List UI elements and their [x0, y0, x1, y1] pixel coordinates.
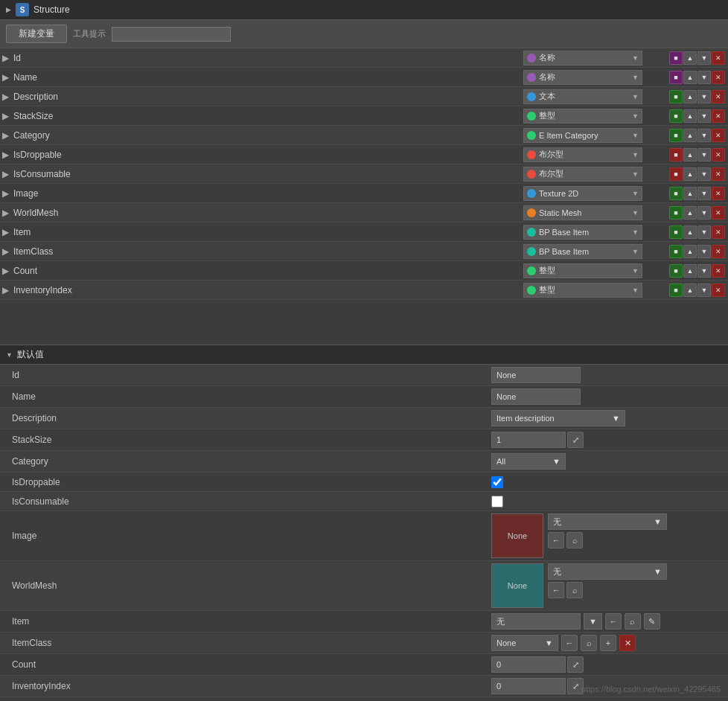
row-expand-worldmesh[interactable]: ▶ — [0, 208, 10, 218]
action-delete-btn-category[interactable]: ✕ — [712, 129, 725, 142]
type-dropdown-name[interactable]: 名称 ▼ — [523, 70, 642, 85]
action-down-btn-name[interactable]: ▼ — [697, 71, 711, 84]
action-color-btn-isconsumable[interactable]: ■ — [669, 167, 683, 181]
type-dropdown-isdroppable[interactable]: 布尔型 ▼ — [523, 147, 642, 162]
action-up-btn-itemclass[interactable]: ▲ — [683, 245, 697, 258]
action-color-btn-item[interactable]: ■ — [669, 225, 683, 239]
row-expand-isconsumable[interactable]: ▶ — [0, 169, 10, 179]
type-dropdown-worldmesh[interactable]: Static Mesh ▼ — [523, 205, 642, 220]
row-expand-itemclass[interactable]: ▶ — [0, 246, 10, 257]
type-dropdown-itemclass[interactable]: BP Base Item ▼ — [523, 244, 642, 259]
type-dropdown-inventoryindex[interactable]: 整型 ▼ — [523, 283, 642, 298]
row-expand-image[interactable]: ▶ — [0, 188, 10, 199]
action-up-btn-stacksize[interactable]: ▲ — [683, 109, 697, 123]
action-delete-btn-inventoryindex[interactable]: ✕ — [712, 284, 725, 297]
row-expand-inventoryindex[interactable]: ▶ — [0, 285, 10, 295]
action-down-btn-id[interactable]: ▼ — [697, 51, 711, 65]
type-dropdown-stacksize[interactable]: 整型 ▼ — [523, 109, 642, 124]
action-down-btn-description[interactable]: ▼ — [697, 90, 711, 103]
action-delete-btn-itemclass[interactable]: ✕ — [712, 245, 725, 258]
default-checkbox-isconsumable[interactable] — [491, 496, 503, 508]
new-variable-button[interactable]: 新建变量 — [6, 25, 67, 43]
action-delete-btn-worldmesh[interactable]: ✕ — [712, 206, 725, 220]
itemclass-clear-btn[interactable]: ✕ — [619, 635, 636, 651]
action-down-btn-category[interactable]: ▼ — [697, 129, 711, 142]
row-expand-name[interactable]: ▶ — [0, 72, 10, 83]
itemclass-add-btn[interactable]: + — [600, 635, 616, 651]
item-ref-edit-btn[interactable]: ✎ — [644, 613, 660, 630]
action-up-btn-item[interactable]: ▲ — [683, 225, 697, 239]
itemclass-dropdown[interactable]: None ▼ — [491, 635, 558, 651]
row-expand-stacksize[interactable]: ▶ — [0, 111, 10, 121]
action-color-btn-id[interactable]: ■ — [669, 51, 683, 65]
action-color-btn-name[interactable]: ■ — [669, 71, 683, 84]
action-down-btn-isconsumable[interactable]: ▼ — [697, 167, 711, 181]
item-ref-dropdown-btn[interactable]: ▼ — [584, 613, 602, 630]
action-up-btn-category[interactable]: ▲ — [683, 129, 697, 142]
item-ref-search-btn[interactable]: ⌕ — [625, 613, 641, 630]
action-up-btn-inventoryindex[interactable]: ▲ — [683, 284, 697, 297]
action-up-btn-worldmesh[interactable]: ▲ — [683, 206, 697, 220]
action-down-btn-item[interactable]: ▼ — [697, 225, 711, 239]
action-down-btn-isdroppable[interactable]: ▼ — [697, 148, 711, 161]
action-color-btn-description[interactable]: ■ — [669, 90, 683, 103]
action-delete-btn-name[interactable]: ✕ — [712, 71, 725, 84]
item-ref-input[interactable]: 无 — [491, 613, 581, 630]
structure-collapse-icon[interactable]: ▶ — [6, 6, 11, 13]
action-delete-btn-image[interactable]: ✕ — [712, 187, 725, 200]
default-input-name[interactable] — [491, 388, 581, 405]
tooltip-input[interactable] — [112, 27, 231, 42]
type-dropdown-id[interactable]: 名称 ▼ — [523, 51, 642, 65]
type-dropdown-description[interactable]: 文本 ▼ — [523, 89, 642, 104]
row-expand-count[interactable]: ▶ — [0, 266, 10, 276]
default-dropdown-category[interactable]: All ▼ — [491, 453, 566, 470]
type-dropdown-category[interactable]: E Item Category ▼ — [523, 128, 642, 143]
action-down-btn-worldmesh[interactable]: ▼ — [697, 206, 711, 220]
action-up-btn-isconsumable[interactable]: ▲ — [683, 167, 697, 181]
type-dropdown-image[interactable]: Texture 2D ▼ — [523, 186, 642, 201]
action-color-btn-image[interactable]: ■ — [669, 187, 683, 200]
row-expand-category[interactable]: ▶ — [0, 130, 10, 141]
type-dropdown-count[interactable]: 整型 ▼ — [523, 263, 642, 278]
row-expand-isdroppable[interactable]: ▶ — [0, 150, 10, 160]
action-up-btn-description[interactable]: ▲ — [683, 90, 697, 103]
default-number-expand-count[interactable]: ⤢ — [567, 656, 584, 673]
item-ref-arrow-btn[interactable]: ← — [605, 613, 622, 630]
action-up-btn-count[interactable]: ▲ — [683, 264, 697, 278]
action-color-btn-category[interactable]: ■ — [669, 129, 683, 142]
action-down-btn-stacksize[interactable]: ▼ — [697, 109, 711, 123]
mesh-dropdown[interactable]: 无 ▼ — [548, 563, 667, 580]
action-delete-btn-isconsumable[interactable]: ✕ — [712, 167, 725, 181]
action-color-btn-itemclass[interactable]: ■ — [669, 245, 683, 258]
itemclass-arrow-btn[interactable]: ← — [561, 635, 578, 651]
action-down-btn-image[interactable]: ▼ — [697, 187, 711, 200]
image-arrow-btn[interactable]: ← — [548, 532, 564, 548]
defaults-collapse-icon[interactable]: ▼ — [6, 351, 13, 359]
action-color-btn-stacksize[interactable]: ■ — [669, 109, 683, 123]
action-down-btn-inventoryindex[interactable]: ▼ — [697, 284, 711, 297]
action-down-btn-itemclass[interactable]: ▼ — [697, 245, 711, 258]
default-input-id[interactable] — [491, 367, 581, 383]
action-delete-btn-stacksize[interactable]: ✕ — [712, 109, 725, 123]
default-dropdown-description[interactable]: Item description ▼ — [491, 410, 625, 426]
image-dropdown[interactable]: 无 ▼ — [548, 513, 667, 530]
action-color-btn-isdroppable[interactable]: ■ — [669, 148, 683, 161]
action-delete-btn-isdroppable[interactable]: ✕ — [712, 148, 725, 161]
action-up-btn-name[interactable]: ▲ — [683, 71, 697, 84]
default-number-stacksize[interactable] — [491, 432, 566, 448]
type-dropdown-isconsumable[interactable]: 布尔型 ▼ — [523, 167, 642, 182]
action-up-btn-id[interactable]: ▲ — [683, 51, 697, 65]
action-delete-btn-item[interactable]: ✕ — [712, 225, 725, 239]
default-number-count[interactable] — [491, 656, 566, 673]
type-dropdown-item[interactable]: BP Base Item ▼ — [523, 225, 642, 240]
default-number-expand-stacksize[interactable]: ⤢ — [567, 432, 584, 448]
action-up-btn-image[interactable]: ▲ — [683, 187, 697, 200]
action-color-btn-count[interactable]: ■ — [669, 264, 683, 278]
action-down-btn-count[interactable]: ▼ — [697, 264, 711, 278]
row-expand-description[interactable]: ▶ — [0, 92, 10, 102]
action-color-btn-worldmesh[interactable]: ■ — [669, 206, 683, 220]
action-delete-btn-description[interactable]: ✕ — [712, 90, 725, 103]
itemclass-search-btn[interactable]: ⌕ — [581, 635, 597, 651]
default-number-inventoryindex[interactable] — [491, 678, 566, 694]
row-expand-item[interactable]: ▶ — [0, 227, 10, 237]
